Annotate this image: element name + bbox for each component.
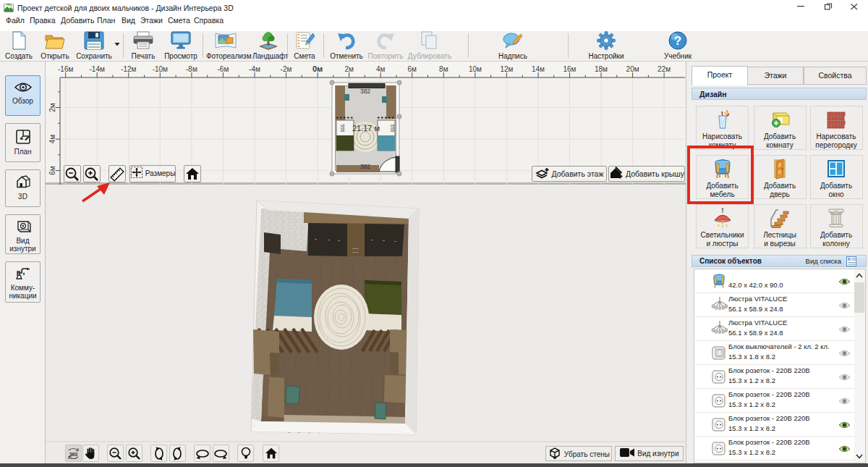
svg-text:21.17 м: 21.17 м: [352, 124, 380, 132]
svg-text:2м: 2м: [344, 65, 354, 73]
svg-text:4м: 4м: [48, 135, 56, 144]
svg-text:6м: 6м: [48, 166, 56, 175]
svg-text:8м: 8м: [439, 65, 448, 73]
svg-text:18м: 18м: [595, 65, 608, 73]
svg-text:14м: 14м: [532, 65, 545, 73]
svg-text:360: 360: [69, 452, 77, 457]
svg-text:2м: 2м: [48, 103, 56, 112]
svg-text:555: 555: [390, 125, 395, 132]
svg-text:?: ?: [674, 34, 681, 48]
svg-text:-12м: -12м: [121, 65, 136, 73]
svg-text:382: 382: [360, 163, 370, 170]
svg-text:-16м: -16м: [58, 65, 73, 73]
svg-text:6м: 6м: [407, 65, 417, 73]
svg-text:-6м: -6м: [218, 65, 229, 73]
svg-text:-4м: -4м: [249, 65, 260, 73]
svg-text:0м: 0м: [312, 64, 323, 73]
svg-text:20м: 20м: [626, 65, 639, 73]
svg-text:-10м: -10м: [153, 65, 168, 73]
svg-text:-8м: -8м: [186, 65, 197, 73]
svg-text:ГЛ: ГЛ: [835, 209, 838, 212]
svg-text:555: 555: [340, 125, 345, 132]
svg-text:-2м: -2м: [281, 65, 292, 73]
svg-text:-14м: -14м: [90, 65, 105, 73]
svg-text:16м: 16м: [563, 65, 576, 73]
svg-text:4м: 4м: [376, 65, 386, 73]
svg-text:382: 382: [360, 88, 370, 95]
svg-text:12м: 12м: [500, 65, 513, 73]
svg-text:10м: 10м: [469, 65, 482, 73]
svg-text:22м: 22м: [658, 65, 671, 73]
